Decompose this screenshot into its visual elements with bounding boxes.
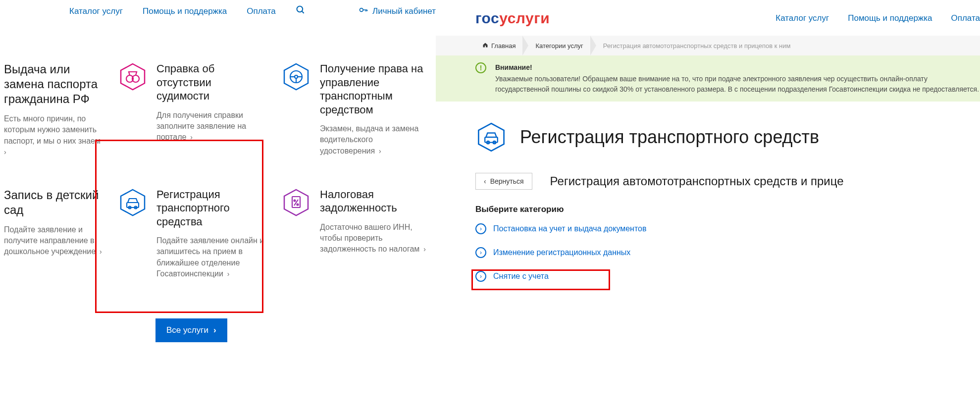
svg-point-23 <box>297 204 299 205</box>
personal-cabinet-link[interactable]: Личный кабинет <box>359 5 436 17</box>
category-registration-issue[interactable]: › Постановка на учет и выдача документов <box>475 223 980 234</box>
info-icon: ! <box>475 62 486 73</box>
breadcrumb: Главная Категории услуг Регистрация авто… <box>436 36 980 55</box>
card-desc: Для получения справки заполните заявлени… <box>156 110 266 143</box>
svg-point-22 <box>294 200 296 201</box>
nav-help[interactable]: Помощь и поддержка <box>848 13 932 23</box>
sub-title: Регистрация автомототранспортных средств… <box>550 174 844 188</box>
nav-catalog[interactable]: Каталог услуг <box>775 13 829 23</box>
svg-point-2 <box>360 8 363 12</box>
card-driving-license[interactable]: Получение права на управление транспортн… <box>281 62 430 158</box>
arrow-circle-icon: › <box>475 223 486 234</box>
category-label: Изменение регистрационных данных <box>493 248 630 257</box>
home-icon <box>482 42 488 50</box>
card-title: Получение права на управление транспортн… <box>320 62 430 116</box>
key-icon <box>359 5 368 17</box>
card-passport[interactable]: Выдача или замена паспорта гражданина РФ… <box>4 62 103 158</box>
highlight-annotation <box>471 269 610 290</box>
chevron-right-icon: › <box>4 148 6 156</box>
alert-title: Внимание! <box>495 62 980 73</box>
card-desc: Подайте заявление и получите направление… <box>4 224 103 258</box>
chevron-right-icon: › <box>421 245 426 253</box>
back-label: Вернуться <box>490 177 524 185</box>
search-icon[interactable] <box>296 5 306 17</box>
nav-payment[interactable]: Оплата <box>951 13 980 23</box>
logo-part2: услуги <box>499 10 550 26</box>
chevron-right-icon: › <box>213 325 216 335</box>
card-title: Справка об отсутствии судимости <box>156 62 266 103</box>
svg-point-0 <box>297 6 303 12</box>
steering-wheel-icon <box>281 62 311 92</box>
alert-text: Уважаемые пользователи! Обращаем ваше вн… <box>495 74 980 95</box>
card-desc: Есть много причин, по которым нужно заме… <box>4 113 103 158</box>
chevron-left-icon: ‹ <box>484 177 486 185</box>
back-button[interactable]: ‹ Вернуться <box>475 173 532 190</box>
card-desc: Экзамен, выдача и замена водительского у… <box>320 123 430 156</box>
car-icon <box>475 121 507 153</box>
choose-category-label: Выберите категорию <box>436 190 980 223</box>
card-title: Выдача или замена паспорта гражданина РФ <box>4 62 103 106</box>
breadcrumb-home[interactable]: Главная <box>475 42 528 50</box>
card-kindergarten[interactable]: Запись в детский сад Подайте заявление и… <box>4 188 103 342</box>
arrow-circle-icon: › <box>475 247 486 258</box>
all-services-button[interactable]: Все услуги › <box>155 318 227 342</box>
highlight-annotation <box>95 140 263 313</box>
card-title: Запись в детский сад <box>4 188 103 217</box>
card-title: Налоговая задолженность <box>320 188 430 215</box>
category-change-data[interactable]: › Изменение регистрационных данных <box>475 247 980 258</box>
svg-line-1 <box>302 11 304 13</box>
svg-marker-9 <box>284 64 308 90</box>
percent-doc-icon <box>281 188 311 217</box>
handcuffs-icon <box>118 62 148 92</box>
alert-notice: ! Внимание! Уважаемые пользователи! Обра… <box>436 55 980 102</box>
svg-point-11 <box>295 75 298 78</box>
button-label: Все услуги <box>166 325 208 335</box>
breadcrumb-label: Главная <box>491 42 516 50</box>
nav-payment[interactable]: Оплата <box>247 6 275 16</box>
breadcrumb-categories[interactable]: Категории услуг <box>528 42 596 50</box>
gosuslugi-logo[interactable]: госуслуги <box>475 10 550 27</box>
card-tax-debt[interactable]: Налоговая задолженность Достаточно вашег… <box>281 188 430 342</box>
page-title: Регистрация транспортного средств <box>520 127 819 148</box>
logo-part1: гос <box>475 10 499 26</box>
nav-help[interactable]: Помощь и поддержка <box>143 6 227 16</box>
svg-line-21 <box>294 200 298 206</box>
category-label: Постановка на учет и выдача документов <box>493 224 647 233</box>
chevron-right-icon: › <box>377 147 381 155</box>
nav-catalog[interactable]: Каталог услуг <box>69 6 123 16</box>
breadcrumb-current: Регистрация автомототранспортных средств… <box>596 42 804 50</box>
card-desc: Достаточно вашего ИНН, чтобы проверить з… <box>320 222 430 255</box>
cabinet-label: Личный кабинет <box>372 6 436 16</box>
